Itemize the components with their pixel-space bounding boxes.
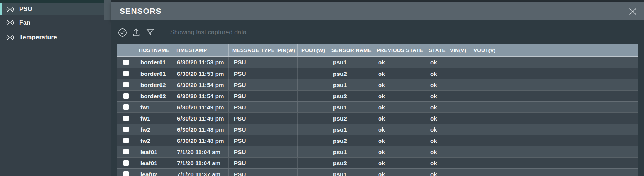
cell-state: ok (425, 169, 446, 176)
cell-vin (446, 102, 470, 112)
cell-previous_state: ok (373, 91, 425, 101)
page-title: SENSORS (111, 7, 161, 16)
sidebar-item-temperature[interactable]: Temperature (0, 30, 104, 45)
column-header-filler (499, 44, 638, 56)
cell-vin (446, 158, 470, 168)
upload-icon[interactable] (132, 27, 141, 37)
cell-pout (298, 102, 328, 112)
sidebar-top-band (0, 0, 104, 3)
row-checkbox[interactable] (123, 93, 129, 99)
sidebar-item-fan[interactable]: Fan (0, 15, 104, 30)
row-checkbox[interactable] (123, 149, 129, 154)
cell-state: ok (425, 91, 446, 101)
cell-hostname: leaf01 (135, 158, 172, 168)
table-row: fw26/30/20 11:48 pmPSUpsu1okok (117, 124, 638, 135)
cell-previous_state: ok (373, 102, 425, 112)
cell-vout (470, 113, 499, 124)
cell-sensor_name: psu1 (328, 57, 373, 68)
cell-filler (499, 113, 638, 124)
cell-pout (298, 68, 328, 79)
cell-vin (446, 124, 470, 135)
cell-vout (470, 158, 499, 168)
cell-state: ok (425, 124, 446, 135)
cell-previous_state: ok (373, 79, 425, 90)
cell-sensor_name: psu2 (328, 68, 373, 79)
row-checkbox[interactable] (123, 171, 129, 176)
column-header-sensor_name[interactable]: SENSOR NAME (328, 44, 373, 56)
cell-vout (470, 68, 499, 79)
cell-sensor_name: psu2 (328, 158, 373, 168)
row-checkbox[interactable] (123, 82, 129, 87)
cell-vout (470, 135, 499, 146)
cell-filler (499, 57, 638, 68)
cell-hostname: border01 (135, 57, 172, 68)
cell-hostname: fw1 (135, 113, 172, 124)
cell-timestamp: 7/1/20 11:37 am (172, 169, 229, 176)
cell-pout (298, 91, 328, 101)
cell-pout (298, 146, 328, 157)
table-header-row: HOSTNAMETIMESTAMPMESSAGE TYPEPIN(W)POUT(… (117, 44, 638, 57)
panel-header: SENSORS (111, 2, 644, 20)
cell-timestamp: 6/30/20 11:49 pm (172, 102, 229, 112)
row-checkbox[interactable] (123, 160, 129, 166)
sidebar-top-right-sliver (104, 0, 111, 20)
column-header-vin[interactable]: VIN(V) (446, 44, 470, 56)
cell-pout (298, 124, 328, 135)
column-header-previous_state[interactable]: PREVIOUS STATE (373, 44, 425, 56)
cell-vout (470, 146, 499, 157)
cell-state: ok (425, 57, 446, 68)
cell-vin (446, 113, 470, 124)
row-checkbox[interactable] (123, 127, 129, 132)
cell-state: ok (425, 146, 446, 157)
signal-icon (5, 5, 15, 13)
row-checkbox[interactable] (123, 138, 129, 143)
check-circle-icon[interactable] (118, 27, 127, 37)
cell-hostname: fw2 (135, 124, 172, 135)
column-header-select[interactable] (117, 44, 135, 56)
table-row: fw16/30/20 11:49 pmPSUpsu2okok (117, 112, 638, 124)
checkbox-cell (117, 113, 135, 124)
cell-message_type: PSU (229, 91, 274, 101)
cell-pin (274, 57, 298, 68)
cell-message_type: PSU (229, 146, 274, 157)
cell-state: ok (425, 158, 446, 168)
cell-vin (446, 135, 470, 146)
row-checkbox[interactable] (123, 104, 129, 110)
cell-state: ok (425, 79, 446, 90)
cell-message_type: PSU (229, 102, 274, 112)
column-header-state[interactable]: STATE (425, 44, 446, 56)
cell-sensor_name: psu2 (328, 135, 373, 146)
cell-previous_state: ok (373, 169, 425, 176)
cell-previous_state: ok (373, 57, 425, 68)
filter-icon[interactable] (145, 27, 155, 37)
column-header-pout[interactable]: POUT(W) (298, 44, 328, 56)
column-header-timestamp[interactable]: TIMESTAMP (172, 44, 229, 56)
column-header-hostname[interactable]: HOSTNAME (135, 44, 172, 56)
close-icon[interactable] (627, 6, 639, 17)
column-header-pin[interactable]: PIN(W) (274, 44, 298, 56)
column-header-vout[interactable]: VOUT(V) (470, 44, 499, 56)
cell-message_type: PSU (229, 169, 274, 176)
cell-state: ok (425, 113, 446, 124)
row-checkbox[interactable] (123, 60, 129, 65)
checkbox-cell (117, 146, 135, 157)
cell-filler (499, 158, 638, 168)
cell-message_type: PSU (229, 135, 274, 146)
cell-filler (499, 91, 638, 101)
sidebar-item-psu[interactable]: PSU (0, 3, 104, 15)
cell-sensor_name: psu2 (328, 91, 373, 101)
cell-vout (470, 57, 499, 68)
cell-vin (446, 169, 470, 176)
checkbox-cell (117, 57, 135, 68)
cell-sensor_name: psu1 (328, 146, 373, 157)
cell-hostname: leaf02 (135, 169, 172, 176)
cell-pout (298, 169, 328, 176)
row-checkbox[interactable] (123, 116, 129, 121)
cell-timestamp: 6/30/20 11:48 pm (172, 135, 229, 146)
cell-filler (499, 68, 638, 79)
cell-previous_state: ok (373, 146, 425, 157)
column-header-message_type[interactable]: MESSAGE TYPE (229, 44, 274, 56)
cell-pin (274, 102, 298, 112)
row-checkbox[interactable] (123, 71, 129, 76)
cell-sensor_name: psu1 (328, 124, 373, 135)
